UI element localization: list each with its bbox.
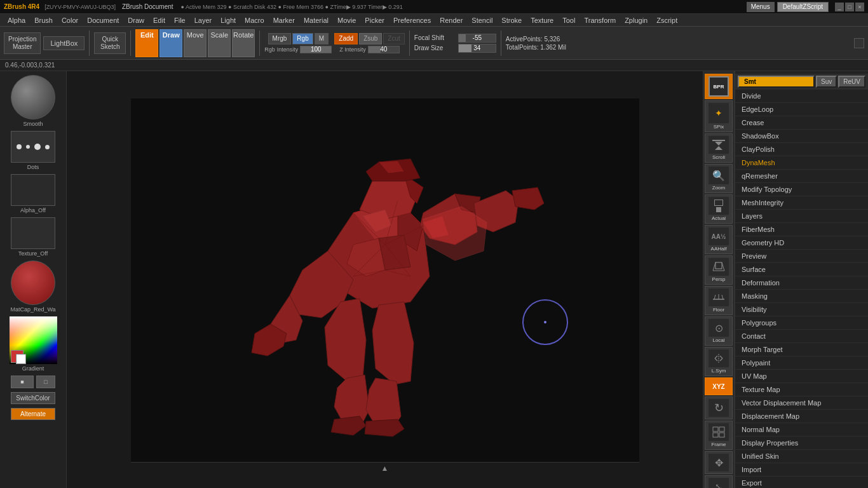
zsub-button[interactable]: Zsub <box>359 33 382 44</box>
alpha-preview[interactable] <box>11 174 55 206</box>
switch-color-button-full[interactable]: SwitchColor <box>11 392 55 404</box>
switch-color-button[interactable]: ■ <box>11 376 34 388</box>
menu-light[interactable]: Light <box>217 15 240 25</box>
zcut-button[interactable]: Zcut <box>383 33 404 44</box>
fibermesh-item[interactable]: FiberMesh <box>735 223 868 236</box>
menu-stencil[interactable]: Stencil <box>468 15 496 25</box>
menu-draw[interactable]: Draw <box>124 15 148 25</box>
rotate-button[interactable]: Rotate <box>232 29 255 57</box>
smooth-brush-sphere[interactable] <box>11 75 55 119</box>
minimize-btn[interactable]: _ <box>835 3 844 11</box>
persp-button[interactable]: Persp <box>705 255 733 285</box>
scroll-button[interactable]: Scroll <box>705 133 733 163</box>
morph-target-item[interactable]: Morph Target <box>735 343 868 356</box>
masking-item[interactable]: Masking <box>735 290 868 303</box>
layers-item[interactable]: Layers <box>735 210 868 223</box>
displacement-map-item[interactable]: Displacement Map <box>735 410 868 423</box>
focal-shift-slider[interactable]: -55 <box>458 34 496 43</box>
geometryhd-item[interactable]: Geometry HD <box>735 236 868 250</box>
close-btn[interactable]: × <box>855 3 864 11</box>
menu-transform[interactable]: Transform <box>580 15 620 25</box>
switch-color-btn2[interactable]: □ <box>36 376 55 388</box>
quick-sketch-button[interactable]: Quick Sketch <box>94 32 126 54</box>
dynamesh-item[interactable]: DynaMesh <box>735 156 868 170</box>
lsym-button[interactable]: L.Sym <box>705 347 733 376</box>
menu-marker[interactable]: Marker <box>269 15 299 25</box>
menu-layer[interactable]: Layer <box>191 15 216 25</box>
menus-button[interactable]: Menus <box>747 2 775 12</box>
import-item[interactable]: Import <box>735 463 868 477</box>
claypolish-item[interactable]: ClayPolish <box>735 143 868 156</box>
menu-stroke[interactable]: Stroke <box>498 15 526 25</box>
frame-button[interactable]: Frame <box>705 421 733 450</box>
menu-alpha[interactable]: Alpha <box>4 15 29 25</box>
contact-item[interactable]: Contact <box>735 330 868 343</box>
reuv-button[interactable]: ReUV <box>838 76 865 88</box>
scale-icon-button[interactable]: ⤡ <box>705 475 733 488</box>
alternate-button[interactable]: Alternate <box>11 408 55 420</box>
rotate-icon-button[interactable]: ↻ <box>705 396 733 419</box>
floor-button[interactable]: Floor <box>705 286 733 315</box>
preview-item[interactable]: Preview <box>735 250 868 263</box>
maximize-btn[interactable]: □ <box>845 3 854 11</box>
local-button[interactable]: ⊙ Local <box>705 316 733 346</box>
color-picker[interactable] <box>10 316 57 364</box>
bpr-button[interactable]: BPR <box>705 74 733 99</box>
mrgb-button[interactable]: Mrgb <box>268 33 292 44</box>
texture-map-item[interactable]: Texture Map <box>735 383 868 396</box>
normal-map-item[interactable]: Normal Map <box>735 423 868 437</box>
matcap-sphere[interactable] <box>11 261 55 305</box>
move-icon-button[interactable]: ✥ <box>705 451 733 474</box>
modify-topology-item[interactable]: Modify Topology <box>735 183 868 196</box>
menu-zscript[interactable]: Zscript <box>653 15 681 25</box>
divide-item[interactable]: Divide <box>735 90 868 103</box>
projection-master-button[interactable]: Projection Master <box>4 32 41 54</box>
crease-item[interactable]: Crease <box>735 116 868 130</box>
checkbox-area[interactable] <box>854 38 864 48</box>
menu-tool[interactable]: Tool <box>559 15 579 25</box>
menu-zplugin[interactable]: Zplugin <box>621 15 651 25</box>
menu-material[interactable]: Material <box>300 15 332 25</box>
scale-button[interactable]: Scale <box>208 29 231 57</box>
menu-movie[interactable]: Movie <box>334 15 360 25</box>
aahalf-button[interactable]: AA½ AAHalf <box>705 225 733 254</box>
shadowbox-item[interactable]: ShadowBox <box>735 130 868 143</box>
zoom-button[interactable]: 🔍 Zoom <box>705 164 733 193</box>
menu-brush[interactable]: Brush <box>31 15 57 25</box>
texture-preview[interactable] <box>11 217 55 249</box>
menu-edit[interactable]: Edit <box>149 15 169 25</box>
visibility-item[interactable]: Visibility <box>735 303 868 316</box>
rgb-button[interactable]: Rgb <box>292 33 313 44</box>
unified-skin-item[interactable]: Unified Skin <box>735 450 868 463</box>
edit-button[interactable]: Edit <box>135 29 158 57</box>
lightbox-button[interactable]: LightBox <box>43 36 85 50</box>
z-intensity-slider[interactable]: 40 <box>368 46 400 53</box>
deformation-item[interactable]: Deformation <box>735 276 868 290</box>
surface-item[interactable]: Surface <box>735 263 868 276</box>
move-button[interactable]: Move <box>184 29 207 57</box>
draw-size-slider[interactable]: 34 <box>458 44 496 53</box>
vector-displacement-item[interactable]: Vector Displacement Map <box>735 396 868 410</box>
menu-preferences[interactable]: Preferences <box>390 15 435 25</box>
export-item[interactable]: Export <box>735 477 868 488</box>
uv-map-item[interactable]: UV Map <box>735 370 868 383</box>
qremesher-item[interactable]: qRemesher <box>735 170 868 183</box>
menu-macro[interactable]: Macro <box>241 15 268 25</box>
viewport[interactable]: ▲ <box>131 98 639 473</box>
meshintegrity-item[interactable]: MeshIntegrity <box>735 196 868 210</box>
suv-button[interactable]: Suv <box>816 76 837 88</box>
canvas-area[interactable]: ▲ <box>67 71 703 488</box>
menu-file[interactable]: File <box>170 15 189 25</box>
rgb-intensity-slider[interactable]: 100 <box>300 46 332 53</box>
menu-document[interactable]: Document <box>83 15 123 25</box>
actual-button[interactable]: Actual <box>705 194 733 224</box>
menu-texture[interactable]: Texture <box>527 15 557 25</box>
polygroups-item[interactable]: Polygroups <box>735 316 868 330</box>
smt-button[interactable]: Smt <box>738 76 815 88</box>
zadd-button[interactable]: Zadd <box>334 33 358 44</box>
menu-picker[interactable]: Picker <box>361 15 388 25</box>
m-button[interactable]: M <box>315 33 329 44</box>
polypaint-item[interactable]: Polypaint <box>735 356 868 370</box>
menu-render[interactable]: Render <box>436 15 466 25</box>
xyz-button[interactable]: XYZ <box>705 377 733 395</box>
